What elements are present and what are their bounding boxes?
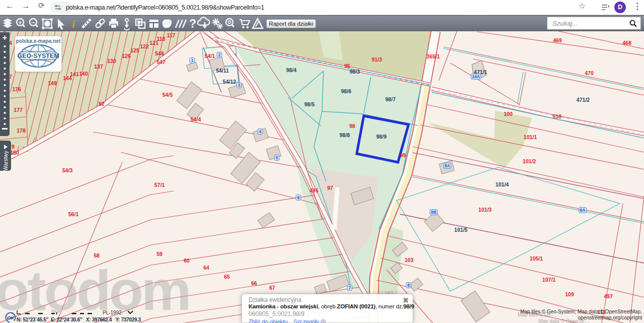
svg-text:3: 3 [238, 83, 240, 88]
svg-text:66: 66 [251, 280, 257, 286]
svg-text:54/3: 54/3 [62, 167, 73, 173]
svg-text:57/1: 57/1 [154, 182, 165, 188]
svg-text:64: 64 [203, 265, 209, 271]
svg-text:470: 470 [585, 70, 594, 76]
svg-text:65: 65 [224, 274, 230, 280]
svg-text:52: 52 [99, 101, 105, 107]
svg-text:6: 6 [297, 195, 300, 200]
svg-text:137: 137 [94, 63, 103, 70]
svg-text:54/4: 54/4 [191, 116, 201, 122]
svg-text:141: 141 [70, 71, 79, 77]
svg-text:?: ? [189, 17, 196, 30]
svg-text:471/2: 471/2 [577, 97, 590, 103]
svg-text:700 m: 700 m [51, 310, 60, 313]
svg-text:547: 547 [156, 59, 166, 65]
svg-text:OK: OK [7, 315, 15, 320]
svg-text:98/9: 98/9 [376, 134, 387, 140]
svg-text:+: + [3, 33, 7, 42]
svg-text:469: 469 [553, 37, 562, 43]
svg-text:1: 1 [191, 58, 194, 63]
svg-text:107/1: 107/1 [542, 277, 555, 283]
svg-text:54/1: 54/1 [205, 53, 215, 59]
svg-text:177: 177 [14, 107, 23, 113]
svg-text:67: 67 [269, 285, 275, 291]
svg-text:180: 180 [10, 150, 19, 156]
svg-text:7: 7 [349, 285, 351, 290]
svg-text:5: 5 [276, 155, 278, 160]
svg-text:125: 125 [130, 47, 139, 53]
svg-text:8B: 8B [431, 210, 437, 215]
svg-text:GEO-SYSTEM: GEO-SYSTEM [17, 52, 59, 59]
svg-text:98: 98 [349, 123, 355, 129]
svg-text:101/4: 101/4 [496, 181, 509, 187]
svg-text:140: 140 [79, 71, 88, 77]
svg-text:468: 468 [622, 40, 631, 46]
svg-text:99: 99 [400, 152, 406, 158]
svg-text:98/7: 98/7 [385, 96, 396, 102]
svg-text:149: 149 [48, 80, 57, 86]
svg-text:98/8: 98/8 [340, 132, 350, 138]
svg-text:497: 497 [604, 293, 613, 299]
svg-text:101/1: 101/1 [524, 134, 537, 140]
svg-text:103: 103 [405, 257, 414, 263]
svg-text:2: 2 [218, 52, 221, 57]
svg-text:54/5: 54/5 [163, 92, 173, 98]
svg-text:98/6: 98/6 [341, 88, 352, 94]
svg-text:98/4: 98/4 [286, 67, 297, 73]
svg-text:100: 100 [504, 111, 513, 117]
svg-text:24A: 24A [472, 74, 480, 79]
svg-text:97: 97 [327, 185, 333, 191]
svg-text:56/1: 56/1 [68, 211, 79, 217]
svg-text:130: 130 [107, 58, 116, 64]
svg-text:59: 59 [156, 251, 163, 257]
svg-text:+: + [18, 19, 22, 26]
svg-text:101/3: 101/3 [478, 207, 492, 213]
svg-text:518: 518 [552, 113, 561, 119]
svg-text:105/1: 105/1 [530, 255, 543, 262]
svg-text:109: 109 [565, 291, 574, 297]
svg-text:365/1: 365/1 [427, 53, 440, 59]
svg-text:8: 8 [408, 283, 410, 288]
svg-text:6A: 6A [580, 208, 586, 213]
svg-text:91/3: 91/3 [372, 56, 382, 62]
svg-text:8A: 8A [445, 163, 450, 168]
svg-text:176: 176 [12, 86, 21, 92]
svg-text:i: i [72, 18, 75, 30]
svg-text:Warstwy: Warstwy [3, 150, 9, 171]
svg-text:548: 548 [155, 50, 164, 56]
svg-text:178: 178 [17, 127, 26, 134]
svg-text:98/3: 98/3 [350, 69, 360, 75]
svg-text:122: 122 [140, 43, 149, 49]
svg-text:126: 126 [122, 53, 131, 59]
svg-text:98/5: 98/5 [304, 101, 315, 107]
svg-text:54/11: 54/11 [216, 68, 229, 74]
svg-text:495: 495 [309, 187, 318, 193]
svg-text:4: 4 [259, 129, 262, 134]
svg-text:118: 118 [157, 36, 166, 42]
svg-text:−: − [31, 19, 35, 26]
svg-text:117: 117 [167, 32, 176, 38]
svg-text:54/12: 54/12 [223, 79, 236, 85]
svg-text:101/5: 101/5 [454, 227, 467, 233]
svg-text:101/2: 101/2 [523, 158, 536, 164]
